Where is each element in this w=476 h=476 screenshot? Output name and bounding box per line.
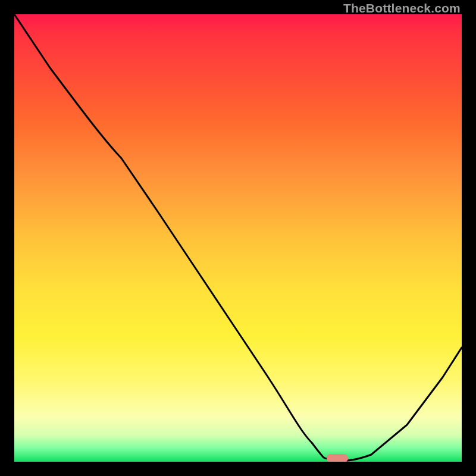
chart-frame: TheBottleneck.com bbox=[0, 0, 476, 476]
optimal-marker-pill bbox=[327, 454, 348, 462]
plot-area bbox=[14, 14, 462, 462]
watermark-text: TheBottleneck.com bbox=[343, 1, 461, 15]
heat-gradient-background bbox=[14, 14, 462, 462]
